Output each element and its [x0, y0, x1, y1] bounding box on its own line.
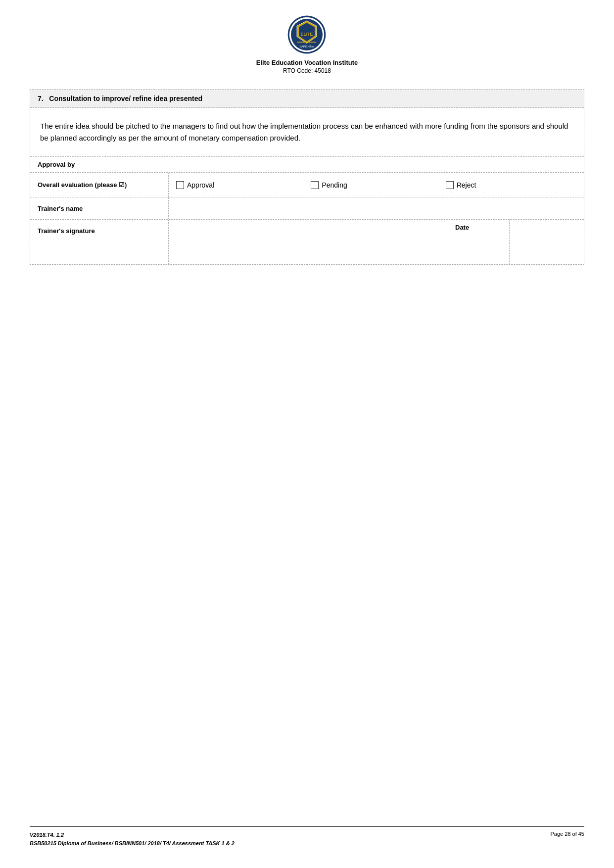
checkbox-group: Approval Pending Reject: [176, 181, 576, 189]
section-number: 7.: [38, 95, 44, 102]
body-text: The entire idea should be pitched to the…: [40, 120, 574, 144]
footer-left: V2018.T4. 1.2 BSB50215 Diploma of Busine…: [30, 831, 235, 848]
trainers-name-label: Trainer's name: [30, 197, 169, 219]
overall-evaluation-label: Overall evaluation (please ☑): [30, 173, 169, 197]
sig-date-wrapper: Date: [169, 220, 584, 264]
section-title: Consultation to improve/ refine idea pre…: [49, 95, 202, 102]
trainers-name-row: Trainer's name: [30, 197, 584, 220]
evaluation-checkboxes: Approval Pending Reject: [169, 173, 584, 197]
main-content-box: 7. Consultation to improve/ refine idea …: [30, 89, 584, 265]
trainers-name-value[interactable]: [169, 197, 584, 219]
section-7-header: 7. Consultation to improve/ refine idea …: [30, 90, 584, 108]
date-label-cell: Date: [450, 220, 510, 264]
footer-page: Page 28 of 45: [550, 831, 584, 837]
header: ELITE SAPIENTIA Elite Education Vocation…: [256, 15, 358, 74]
reject-checkbox-item: Reject: [446, 181, 576, 189]
page-container: ELITE SAPIENTIA Elite Education Vocation…: [0, 0, 614, 868]
pending-checkbox[interactable]: [311, 181, 319, 189]
logo-container: ELITE SAPIENTIA: [287, 15, 327, 58]
footer-version: V2018.T4. 1.2: [30, 831, 235, 840]
footer-course: BSB50215 Diploma of Business/ BSBINN501/…: [30, 839, 235, 848]
reject-label: Reject: [457, 181, 476, 189]
svg-text:ELITE: ELITE: [301, 32, 313, 37]
approval-by-header: Approval by: [30, 157, 584, 173]
approval-checkbox[interactable]: [176, 181, 184, 189]
svg-text:SAPIENTIA: SAPIENTIA: [300, 45, 314, 48]
trainers-signature-label: Trainer's signature: [30, 220, 169, 264]
reject-checkbox[interactable]: [446, 181, 454, 189]
pending-checkbox-item: Pending: [311, 181, 441, 189]
overall-evaluation-row: Overall evaluation (please ☑) Approval P…: [30, 173, 584, 197]
signature-area[interactable]: [169, 220, 450, 264]
pending-label: Pending: [322, 181, 347, 189]
institute-logo: ELITE SAPIENTIA: [287, 15, 327, 54]
approval-section: Approval by Overall evaluation (please ☑…: [30, 157, 584, 264]
svg-rect-6: [297, 42, 316, 43]
approval-label: Approval: [187, 181, 214, 189]
date-value-area[interactable]: [510, 220, 584, 264]
body-text-area: The entire idea should be pitched to the…: [30, 108, 584, 157]
approval-by-label: Approval by: [38, 161, 75, 168]
rto-code: RTO Code: 45018: [283, 67, 331, 74]
approval-checkbox-item: Approval: [176, 181, 307, 189]
institute-name: Elite Education Vocation Institute: [256, 58, 358, 67]
trainers-signature-row: Trainer's signature Date: [30, 220, 584, 264]
footer: V2018.T4. 1.2 BSB50215 Diploma of Busine…: [30, 826, 584, 848]
